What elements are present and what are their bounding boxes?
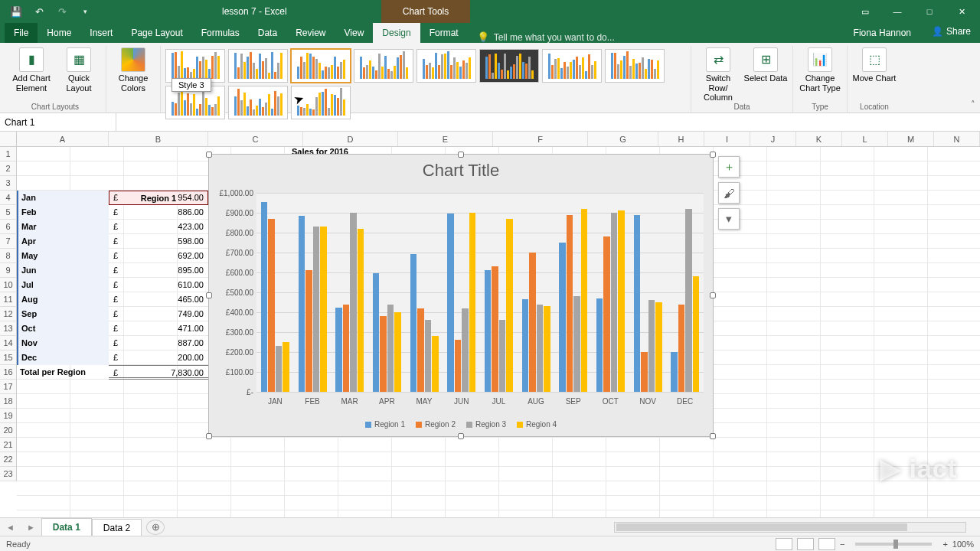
chart-bar[interactable]: [358, 229, 364, 392]
chart-style-thumb[interactable]: [291, 49, 351, 83]
chart-bar[interactable]: [611, 213, 618, 392]
row-header[interactable]: 16: [0, 365, 17, 380]
chart-style-thumb[interactable]: [291, 86, 351, 119]
month-cell[interactable]: Sep: [17, 307, 109, 321]
save-icon[interactable]: 💾: [6, 3, 26, 20]
column-header[interactable]: L: [842, 132, 888, 146]
chart-bar[interactable]: [313, 227, 320, 392]
chart-bar[interactable]: [537, 305, 544, 392]
chart-bar[interactable]: [299, 216, 305, 392]
month-cell[interactable]: Jun: [17, 263, 109, 278]
row-header[interactable]: 19: [0, 409, 17, 423]
view-normal-icon[interactable]: [776, 538, 792, 550]
chart-bar[interactable]: [506, 219, 513, 392]
row-header[interactable]: 5: [0, 205, 17, 220]
legend-item[interactable]: Region 4: [517, 420, 557, 429]
month-cell[interactable]: Jan: [17, 191, 109, 205]
tab-design[interactable]: Design: [373, 23, 420, 43]
value-cell[interactable]: £895.00: [109, 263, 208, 278]
column-header[interactable]: K: [796, 132, 842, 146]
column-header[interactable]: B: [109, 132, 208, 146]
chart-bar[interactable]: [573, 296, 580, 392]
chart-bar[interactable]: [685, 209, 692, 392]
zoom-in-icon[interactable]: +: [942, 540, 947, 549]
add-sheet-button[interactable]: ⊕: [146, 520, 165, 535]
chart-bar[interactable]: [268, 219, 275, 392]
chart-bar[interactable]: [276, 346, 283, 392]
chart-bar[interactable]: [492, 266, 498, 392]
column-header[interactable]: G: [588, 132, 658, 146]
row-header[interactable]: 18: [0, 394, 17, 409]
chart-bar[interactable]: [678, 305, 685, 392]
column-header[interactable]: N: [934, 132, 980, 146]
select-data-button[interactable]: ⊞Select Data: [743, 47, 788, 103]
quick-layout-button[interactable]: ▦Quick Layout: [57, 47, 101, 93]
row-header[interactable]: 8: [0, 249, 17, 263]
user-name[interactable]: Fiona Hannon: [854, 28, 911, 38]
chart-bar[interactable]: [693, 276, 700, 392]
column-header[interactable]: F: [493, 132, 588, 146]
column-header[interactable]: C: [208, 132, 303, 146]
value-cell[interactable]: £465.00: [109, 292, 208, 307]
column-header[interactable]: I: [704, 132, 750, 146]
chart-bar[interactable]: [485, 270, 492, 392]
view-page-layout-icon[interactable]: [797, 538, 814, 550]
tab-insert[interactable]: Insert: [80, 23, 122, 43]
chart-filters-button[interactable]: ▾: [718, 208, 740, 230]
value-cell[interactable]: £598.00: [109, 234, 208, 249]
value-cell[interactable]: £886.00: [109, 205, 208, 220]
chart-bar[interactable]: [522, 299, 529, 392]
column-header[interactable]: A: [17, 132, 109, 146]
row-header[interactable]: 4: [0, 191, 17, 205]
legend-item[interactable]: Region 2: [416, 420, 456, 429]
maximize-icon[interactable]: □: [914, 2, 945, 21]
chart-bar[interactable]: [529, 253, 536, 392]
chart-bar[interactable]: [544, 306, 550, 392]
row-header[interactable]: 9: [0, 263, 17, 278]
tab-review[interactable]: Review: [286, 23, 335, 43]
chart-style-thumb[interactable]: [542, 49, 602, 83]
tab-formulas[interactable]: Formulas: [192, 23, 249, 43]
view-page-break-icon[interactable]: [818, 538, 835, 550]
sheet-tab-data1[interactable]: Data 1: [41, 518, 92, 537]
tab-format[interactable]: Format: [420, 23, 468, 43]
switch-row-column-button[interactable]: ⇄Switch Row/ Column: [696, 47, 740, 103]
chart-bar[interactable]: [380, 316, 387, 392]
minimize-icon[interactable]: —: [882, 2, 913, 21]
chart-bar[interactable]: [596, 298, 603, 392]
sheet-nav-next-icon[interactable]: ►: [21, 523, 41, 532]
select-all-corner[interactable]: [0, 132, 17, 146]
value-cell[interactable]: £692.00: [109, 249, 208, 263]
chart-bar[interactable]: [648, 300, 655, 392]
month-cell[interactable]: Mar: [17, 220, 109, 234]
row-header[interactable]: 15: [0, 350, 17, 365]
value-cell[interactable]: £887.00: [109, 336, 208, 350]
row-header[interactable]: 22: [0, 452, 17, 467]
value-cell[interactable]: £200.00: [109, 350, 208, 365]
chart-bar[interactable]: [410, 254, 417, 392]
change-colors-button[interactable]: Change Colors: [111, 47, 155, 93]
chart-bar[interactable]: [432, 336, 439, 392]
move-chart-button[interactable]: ⬚Move Chart: [852, 47, 897, 83]
tab-view[interactable]: View: [335, 23, 374, 43]
column-header[interactable]: H: [658, 132, 704, 146]
row-header[interactable]: 21: [0, 438, 17, 452]
chart-bar[interactable]: [283, 342, 289, 392]
value-cell[interactable]: £471.00: [109, 321, 208, 336]
chart-bar[interactable]: [634, 215, 641, 392]
value-cell[interactable]: £954.00: [109, 191, 208, 205]
share-button[interactable]: 👤 Share: [932, 26, 971, 37]
total-label-cell[interactable]: Total per Region: [17, 365, 109, 380]
value-cell[interactable]: £749.00: [109, 307, 208, 321]
chart-bar[interactable]: [469, 213, 476, 392]
month-cell[interactable]: Feb: [17, 205, 109, 220]
column-header[interactable]: E: [398, 132, 493, 146]
row-header[interactable]: 12: [0, 307, 17, 321]
chart-bar[interactable]: [641, 352, 648, 392]
tab-page-layout[interactable]: Page Layout: [122, 23, 191, 43]
legend-item[interactable]: Region 1: [365, 420, 405, 429]
chart-bar[interactable]: [581, 209, 588, 392]
undo-icon[interactable]: ↶: [29, 3, 49, 20]
row-header[interactable]: 10: [0, 278, 17, 292]
chart-bar[interactable]: [320, 227, 327, 392]
